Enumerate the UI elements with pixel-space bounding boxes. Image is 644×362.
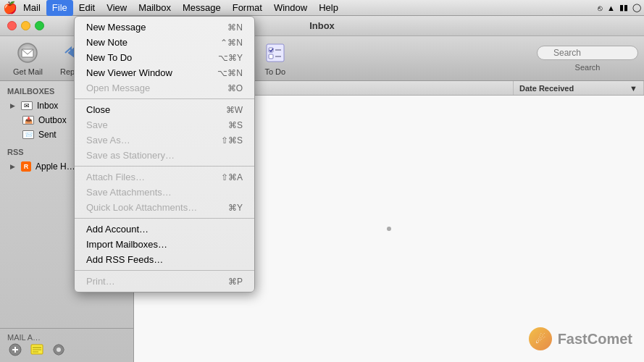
- apple-menu[interactable]: 🍎: [3, 0, 17, 16]
- menu-item-label: Save as Stationery…: [86, 150, 175, 161]
- menu-message[interactable]: Message: [177, 0, 227, 16]
- svg-rect-24: [58, 344, 59, 346]
- svg-rect-26: [53, 349, 55, 350]
- menu-item-label: Save As…: [86, 135, 130, 146]
- menu-item-add-account-[interactable]: Add Account…: [75, 222, 254, 237]
- menu-item-quick-look-attachments-: Quick Look Attachments…⌘Y: [75, 200, 254, 215]
- apple-icon: 🍎: [3, 1, 17, 14]
- menu-item-save-as-: Save As…⇧⌘S: [75, 132, 254, 148]
- outbox-label: Outbox: [38, 115, 67, 125]
- get-mail-icon: [16, 41, 39, 64]
- menu-item-save-attachments-: Save Attachments…: [75, 185, 254, 200]
- menu-item-shortcut: ⌘O: [227, 83, 243, 93]
- menu-mailbox[interactable]: Mailbox: [133, 0, 177, 16]
- menu-mail[interactable]: Mail: [17, 0, 46, 16]
- settings-button[interactable]: [51, 342, 67, 358]
- menu-item-shortcut: ⌘P: [228, 277, 243, 287]
- menu-item-shortcut: ⌘N: [227, 22, 243, 33]
- menu-item-attach-files-: Attach Files…⇧⌘A: [75, 169, 254, 185]
- menu-item-print-: Print…⌘P: [75, 274, 254, 289]
- menu-item-shortcut: ⇧⌘A: [221, 172, 243, 182]
- sent-label: Sent: [38, 130, 57, 140]
- clock: ◯: [632, 3, 641, 12]
- menu-help[interactable]: Help: [313, 0, 344, 16]
- maximize-button[interactable]: [35, 21, 44, 30]
- search-area: 🔍 Search: [537, 46, 638, 72]
- sort-indicator: ▼: [630, 84, 637, 93]
- todo-label: To Do: [264, 67, 285, 76]
- svg-rect-13: [269, 54, 273, 59]
- todo-icon: [264, 41, 287, 64]
- minimize-button[interactable]: [21, 21, 30, 30]
- menu-edit[interactable]: Edit: [73, 0, 101, 16]
- menu-item-label: Add RSS Feeds…: [86, 254, 163, 265]
- menu-separator: [75, 166, 254, 167]
- note-small-button[interactable]: [29, 342, 45, 358]
- menu-item-shortcut: ⌘W: [226, 105, 243, 115]
- expand-icon: ▶: [10, 102, 15, 109]
- outbox-icon: 📤: [22, 116, 34, 125]
- inbox-label: Inbox: [37, 101, 58, 111]
- battery-icon: ▮▮: [619, 3, 628, 12]
- menu-item-label: New Viewer Window: [86, 67, 172, 78]
- menu-item-open-message: Open Message⌘O: [75, 80, 254, 96]
- date-column-header: Date Received ▼: [514, 81, 644, 95]
- mail-activity-label: MAIL A…: [7, 333, 126, 342]
- menu-item-import-mailboxes-[interactable]: Import Mailboxes…: [75, 237, 254, 252]
- bluetooth-icon: ⎋: [598, 4, 603, 12]
- menu-item-shortcut: ⌥⌘N: [217, 68, 243, 78]
- svg-rect-18: [31, 345, 43, 354]
- menu-item-shortcut: ⌘Y: [228, 203, 243, 213]
- menu-item-label: Import Mailboxes…: [86, 239, 167, 250]
- close-button[interactable]: [7, 21, 17, 30]
- add-button[interactable]: [7, 342, 23, 358]
- menu-item-label: New Note: [86, 37, 127, 48]
- menu-item-label: New To Do: [86, 52, 132, 63]
- menu-item-label: Save Attachments…: [86, 187, 172, 198]
- fastcomet-text: FastComet: [558, 331, 632, 348]
- menu-window[interactable]: Window: [268, 0, 313, 16]
- menu-item-label: Add Account…: [86, 224, 149, 235]
- email-divider: [387, 227, 391, 231]
- rss-expand-icon: ▶: [10, 163, 15, 170]
- menu-item-add-rss-feeds-[interactable]: Add RSS Feeds…: [75, 252, 254, 267]
- menu-item-new-to-do[interactable]: New To Do⌥⌘Y: [75, 50, 254, 65]
- get-mail-label: Get Mail: [13, 67, 43, 76]
- menu-item-label: New Message: [86, 22, 146, 33]
- menu-item-label: Print…: [86, 276, 115, 287]
- sidebar-footer-icons: [7, 342, 126, 358]
- get-mail-button[interactable]: Get Mail: [6, 38, 50, 79]
- menu-item-shortcut: ⌃⌘N: [220, 38, 243, 48]
- menu-item-shortcut: ⇧⌘S: [221, 135, 243, 146]
- menu-item-new-note[interactable]: New Note⌃⌘N: [75, 35, 254, 50]
- rss-icon: R: [21, 161, 31, 172]
- search-label: Search: [575, 63, 601, 72]
- logo-icon: ☄: [535, 332, 545, 346]
- fastcomet-logo: ☄: [529, 327, 552, 350]
- sent-icon: 📨: [22, 130, 34, 139]
- menu-bar: 🍎 Mail File Edit View Mailbox Message Fo…: [0, 0, 644, 16]
- todo-button[interactable]: To Do: [256, 38, 294, 79]
- menu-item-label: Close: [86, 104, 110, 115]
- menu-item-new-message[interactable]: New Message⌘N: [75, 20, 254, 35]
- menu-file[interactable]: File: [46, 0, 73, 16]
- inbox-icon: ✉: [21, 101, 33, 110]
- menu-format[interactable]: Format: [227, 0, 268, 16]
- watermark: ☄ FastComet: [529, 327, 632, 350]
- menu-item-label: Quick Look Attachments…: [86, 202, 197, 213]
- menu-item-save-as-stationery-: Save as Stationery…: [75, 148, 254, 163]
- menu-item-new-viewer-window[interactable]: New Viewer Window⌥⌘N: [75, 65, 254, 80]
- traffic-lights: [7, 21, 44, 30]
- window-title: Inbox: [309, 20, 335, 31]
- apple-rss-label: Apple H…: [35, 161, 75, 172]
- wifi-icon: ▲: [607, 4, 615, 12]
- svg-rect-27: [62, 349, 64, 350]
- search-container: 🔍: [537, 46, 638, 60]
- menu-item-close[interactable]: Close⌘W: [75, 102, 254, 117]
- menu-item-label: Save: [86, 119, 108, 130]
- file-dropdown-menu: New Message⌘NNew Note⌃⌘NNew To Do⌥⌘YNew …: [74, 16, 255, 292]
- search-input[interactable]: [537, 46, 638, 60]
- menu-separator: [75, 218, 254, 219]
- menu-view[interactable]: View: [101, 0, 133, 16]
- menu-separator: [75, 270, 254, 271]
